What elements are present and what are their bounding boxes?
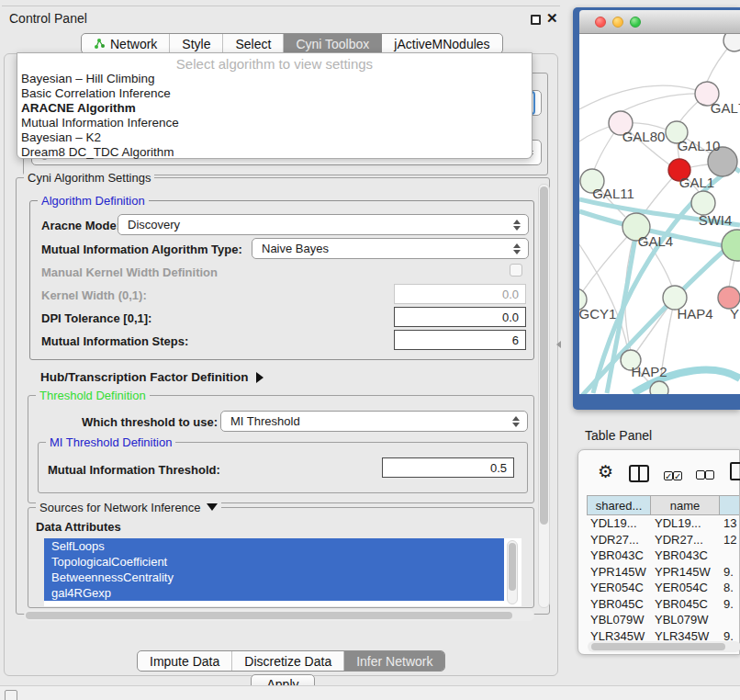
algorithm-dropdown-popup: Select algorithm to view settings Bayesi… [17,52,533,159]
table-row[interactable]: YBL079WYBL079W [587,612,739,628]
which-threshold-select[interactable]: MI Threshold [220,411,528,432]
network-view-window[interactable]: GAL7GAL80GAL10GAL1GAL11GAL4SWI4GCY1HAP4Y… [573,7,740,410]
tab-infer-network[interactable]: Infer Network [344,651,444,671]
table-cell: 8. [720,580,739,596]
dropdown-items: Bayesian – Hill ClimbingBasic Correlatio… [17,72,532,160]
table-cell: 12 [720,532,739,548]
tab-network[interactable]: Network [82,34,170,53]
hub-definition-toggle[interactable]: Hub/Transcription Factor Definition [40,370,263,384]
network-edge[interactable] [621,94,707,112]
panel-title: Control Panel [9,11,87,26]
column-header[interactable]: shared... [587,495,651,515]
close-traffic-light[interactable] [595,17,606,28]
deselect-all-checkboxes-icon[interactable] [696,469,714,482]
table-hscrollbar[interactable] [588,641,740,652]
dpi-tolerance-field[interactable]: 0.0 [394,307,526,327]
algorithm-option[interactable]: ARACNE Algorithm [17,101,532,116]
algorithm-option[interactable]: Bayesian – Hill Climbing [17,72,532,86]
tab-cyni-toolbox[interactable]: Cyni Toolbox [284,34,382,53]
data-attributes-list: SelfLoopsTopologicalCoefficientBetweenne… [44,538,521,606]
tab-discretize-data[interactable]: Discretize Data [232,651,344,671]
table-panel-window: ⚙ ✓✓ shared...nameA YDL19...YDL19...13YD… [577,449,740,655]
table-row[interactable]: YBR045CYBR045C9. [587,596,739,613]
table-cell: YDR27... [587,532,651,548]
node-table: shared...nameA YDL19...YDL19...13YDR27..… [587,495,739,642]
column-header[interactable]: name [651,495,720,515]
network-node-n-top[interactable] [723,34,740,51]
algorithm-option[interactable]: Dream8 DC_TDC Algorithm [17,145,532,160]
node-label-gal11: GAL11 [592,186,634,201]
table-cell: YER054C [651,580,720,596]
mi-steps-field[interactable]: 6 [394,330,526,350]
collapsed-arrow-icon [256,372,263,383]
tab-label: Network [110,37,157,51]
kernel-width-label: Kernel Width (0,1): [41,288,147,302]
network-canvas[interactable]: GAL7GAL80GAL10GAL1GAL11GAL4SWI4GCY1HAP4Y… [579,34,740,394]
network-icon [94,38,106,50]
data-attribute-item[interactable]: BetweennessCentrality [44,570,504,585]
hub-definition-label: Hub/Transcription Factor Definition [40,370,249,384]
table-row[interactable]: YLR345WYLR345W9. [587,628,739,643]
settings-group-title: Cyni Algorithm Settings [24,171,154,185]
mi-threshold-field[interactable]: 0.5 [382,457,514,478]
tab-impute-data[interactable]: Impute Data [138,651,232,671]
control-panel: Control Panel ✕ NetworkStyleSelectCyni T… [0,0,562,685]
tab-style[interactable]: Style [170,34,223,53]
table-row[interactable]: YPR145WYPR145W9. [587,564,739,581]
algorithm-option[interactable]: Basic Correlation Inference [17,86,532,101]
node-label-hap2: HAP2 [631,364,667,379]
table-cell: YER054C [587,580,651,596]
dpi-tolerance-value: 0.0 [502,310,519,324]
split-columns-icon[interactable] [629,465,649,482]
expanded-arrow-icon [207,503,218,511]
manual-kernel-checkbox[interactable] [510,264,522,277]
table-row[interactable]: YER054CYER054C8. [587,580,739,596]
kernel-width-field[interactable]: 0.0 [394,284,526,304]
settings-vscrollbar[interactable] [538,184,550,608]
close-panel-icon[interactable]: ✕ [546,10,558,27]
tab-select[interactable]: Select [223,34,284,53]
mi-type-label: Mutual Information Algorithm Type: [41,243,242,256]
table-cell [720,548,739,564]
network-node-n-bot[interactable] [650,381,668,394]
algorithm-option[interactable]: Bayesian – K2 [17,130,532,145]
algorithm-option[interactable]: Mutual Information Inference [17,116,532,130]
settings-hscrollbar[interactable] [24,610,534,621]
network-node-swi4[interactable] [722,230,740,261]
aracne-mode-select[interactable]: Discovery [118,214,529,235]
splitter-collapse-arrow[interactable] [556,341,561,348]
attribute-list-vscrollbar[interactable] [507,540,518,604]
table-header-row: shared...nameA [587,495,739,515]
tab-label: Cyni Toolbox [296,37,369,51]
table-cell: 9. [720,628,739,643]
export-table-icon[interactable] [730,462,740,480]
restore-panel-icon[interactable] [5,690,17,700]
gear-icon[interactable]: ⚙ [598,463,613,480]
network-edge[interactable] [579,85,696,109]
panel-tabs: NetworkStyleSelectCyni ToolboxjActiveMNo… [81,33,503,54]
data-attribute-item[interactable]: TopologicalCoefficient [44,554,504,570]
mi-type-select[interactable]: Naive Bayes [252,238,529,259]
data-attribute-item[interactable]: SelfLoops [44,538,504,554]
tab-label: Infer Network [356,654,432,669]
select-all-checkboxes-icon[interactable]: ✓✓ [664,469,682,482]
table-row[interactable]: YBR043CYBR043C [587,548,739,564]
table-cell: 9. [720,564,739,581]
table-cell: YBR043C [587,548,651,564]
zoom-traffic-light[interactable] [630,17,641,28]
minimize-traffic-light[interactable] [612,17,623,28]
sources-group-title[interactable]: Sources for Network Inference [36,501,221,514]
column-header[interactable]: A [720,495,739,515]
node-label-gal80: GAL80 [622,129,666,144]
table-row[interactable]: YDL19...YDL19...13 [587,515,739,532]
which-threshold-label: Which threshold to use: [82,415,218,429]
tab-label: Style [182,37,210,51]
node-label-gal10: GAL10 [678,138,721,153]
network-window-titlebar[interactable] [579,10,740,34]
table-row[interactable]: YDR27...YDR27...12 [587,532,739,548]
tab-jactivemnodules[interactable]: jActiveMNodules [382,34,501,53]
data-attribute-item[interactable]: gal4RGexp [44,585,504,601]
table-cell: YPR145W [587,564,651,581]
threshold-definition-title: Threshold Definition [36,389,150,402]
float-panel-icon[interactable] [531,15,541,25]
